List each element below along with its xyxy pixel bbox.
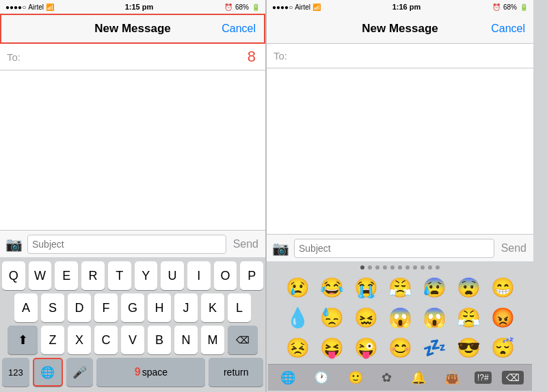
emoji-smile[interactable]: 😊: [384, 334, 416, 361]
key-Q[interactable]: Q: [2, 261, 25, 290]
key-L[interactable]: L: [228, 293, 251, 322]
key-D[interactable]: D: [68, 293, 91, 322]
left-send-button[interactable]: Send: [230, 238, 261, 250]
emoji-dot-5: [390, 265, 395, 270]
emoji-persevere[interactable]: 😣: [281, 334, 314, 361]
right-emoji-keyboard: 😢 😂 😭 😤 😰 😨 😁 💧 😓 😖 😱 😱 😤 😡 😣 😝 😜 😊 💤: [267, 261, 533, 392]
emoji-joy[interactable]: 😂: [315, 274, 348, 301]
key-T[interactable]: T: [108, 261, 131, 290]
right-compose-bar: 📷 Send: [267, 234, 533, 261]
key-O[interactable]: O: [214, 261, 237, 290]
left-phone-screen: ●●●●○ Airtel 📶 1:15 pm ⏰ 68% 🔋 New Messa…: [0, 0, 267, 392]
key-Z[interactable]: Z: [41, 326, 64, 354]
key-P[interactable]: P: [240, 261, 263, 290]
key-X[interactable]: X: [68, 326, 91, 354]
emoji-bottom-bar: 🌐 🕐 🙂 ✿ 🔔 👜 !?# ⌫: [268, 364, 532, 391]
emoji-scared[interactable]: 😱: [384, 304, 416, 331]
left-to-label: To:: [7, 51, 21, 63]
left-battery: 68%: [235, 3, 249, 11]
emoji-screaming[interactable]: 😱: [418, 304, 451, 331]
key-delete[interactable]: ⌫: [228, 326, 258, 354]
right-camera-icon[interactable]: 📷: [271, 239, 290, 258]
left-time: 1:15 pm: [125, 3, 154, 11]
key-A[interactable]: A: [14, 293, 38, 322]
emoji-sleeping[interactable]: 💤: [418, 334, 451, 361]
key-S[interactable]: S: [41, 293, 64, 322]
key-C[interactable]: C: [94, 326, 118, 354]
emoji-dot-2: [368, 265, 372, 270]
left-to-field[interactable]: To: 8: [0, 44, 265, 70]
key-B[interactable]: B: [148, 326, 171, 354]
key-return[interactable]: return: [209, 358, 263, 387]
key-H[interactable]: H: [148, 293, 171, 322]
emoji-wink-tongue[interactable]: 😜: [349, 334, 382, 361]
emoji-crying[interactable]: 😢: [281, 274, 314, 301]
left-wifi-icon: 📶: [46, 3, 54, 11]
key-E[interactable]: E: [55, 261, 78, 290]
emoji-fearful[interactable]: 😨: [452, 274, 485, 301]
emoji-zzz[interactable]: 😴: [486, 334, 519, 361]
right-message-area[interactable]: [267, 68, 533, 234]
key-K[interactable]: K: [201, 293, 224, 322]
left-key-row-1: Q W E R T Y U I O P: [2, 261, 263, 290]
emoji-angry-face[interactable]: 😤: [384, 274, 416, 301]
key-space[interactable]: 9 space: [96, 358, 205, 387]
emoji-sunglasses[interactable]: 😎: [452, 334, 485, 361]
emoji-btn-flower[interactable]: ✿: [377, 369, 396, 387]
left-subject-input[interactable]: [27, 235, 226, 254]
emoji-confounded[interactable]: 😖: [349, 304, 382, 331]
right-to-field[interactable]: To:: [267, 44, 533, 68]
right-time: 1:16 pm: [392, 3, 421, 11]
left-camera-icon[interactable]: 📷: [4, 235, 23, 254]
key-V[interactable]: V: [121, 326, 144, 354]
key-Y[interactable]: Y: [135, 261, 158, 290]
emoji-stuck-out[interactable]: 😝: [315, 334, 348, 361]
right-cancel-button[interactable]: Cancel: [491, 23, 525, 35]
emoji-btn-delete[interactable]: ⌫: [502, 371, 524, 384]
emoji-dot-6: [398, 265, 402, 270]
emoji-sob[interactable]: 😭: [349, 274, 382, 301]
key-globe[interactable]: 🌐: [33, 358, 63, 387]
key-R[interactable]: R: [81, 261, 105, 290]
emoji-dot-11: [436, 265, 440, 270]
key-J[interactable]: J: [174, 293, 198, 322]
right-status-right: ⏰ 68% 🔋: [492, 3, 528, 11]
left-status-bar: ●●●●○ Airtel 📶 1:15 pm ⏰ 68% 🔋: [0, 0, 265, 14]
key-shift[interactable]: ⬆: [8, 326, 38, 354]
key-N[interactable]: N: [174, 326, 198, 354]
right-phone-screen: ●●●●○ Airtel 📶 1:16 pm ⏰ 68% 🔋 New Messa…: [267, 0, 533, 392]
emoji-dot-7: [405, 265, 410, 270]
left-cancel-button[interactable]: Cancel: [222, 23, 256, 35]
emoji-btn-clock[interactable]: 🕐: [310, 369, 333, 387]
right-nav-bar: New Message Cancel: [267, 14, 533, 44]
emoji-btn-bell[interactable]: 🔔: [407, 369, 430, 387]
key-F[interactable]: F: [94, 293, 118, 322]
right-alarm-icon: ⏰: [492, 3, 501, 11]
emoji-anxious[interactable]: 😰: [418, 274, 451, 301]
emoji-row-3: 😣 😝 😜 😊 💤 😎 😴: [268, 334, 532, 361]
right-nav-title: New Message: [362, 22, 438, 36]
emoji-grinning[interactable]: 😁: [486, 274, 519, 301]
emoji-droplet[interactable]: 💧: [281, 304, 314, 331]
emoji-downcast-sweat[interactable]: 😓: [315, 304, 348, 331]
key-mic[interactable]: 🎤: [66, 358, 94, 387]
emoji-btn-smiley[interactable]: 🙂: [344, 369, 367, 387]
key-W[interactable]: W: [29, 261, 52, 290]
key-G[interactable]: G: [121, 293, 144, 322]
right-battery-icon: 🔋: [520, 3, 528, 11]
left-signal-dots: ●●●●○: [5, 3, 26, 11]
key-123[interactable]: 123: [2, 358, 29, 387]
left-key-row-4: 123 🌐 🎤 9 space return: [2, 358, 263, 387]
emoji-btn-bag[interactable]: 👜: [440, 369, 464, 387]
key-U[interactable]: U: [161, 261, 184, 290]
key-M[interactable]: M: [201, 326, 224, 354]
right-send-button[interactable]: Send: [498, 242, 529, 254]
emoji-btn-symbols[interactable]: !?#: [475, 371, 492, 384]
emoji-rage[interactable]: 😡: [486, 304, 519, 331]
left-message-area[interactable]: [0, 70, 265, 230]
key-I[interactable]: I: [187, 261, 211, 290]
emoji-triumph[interactable]: 😤: [452, 304, 485, 331]
right-subject-input[interactable]: [294, 239, 494, 258]
emoji-dot-10: [428, 265, 432, 270]
emoji-btn-globe[interactable]: 🌐: [276, 369, 299, 387]
